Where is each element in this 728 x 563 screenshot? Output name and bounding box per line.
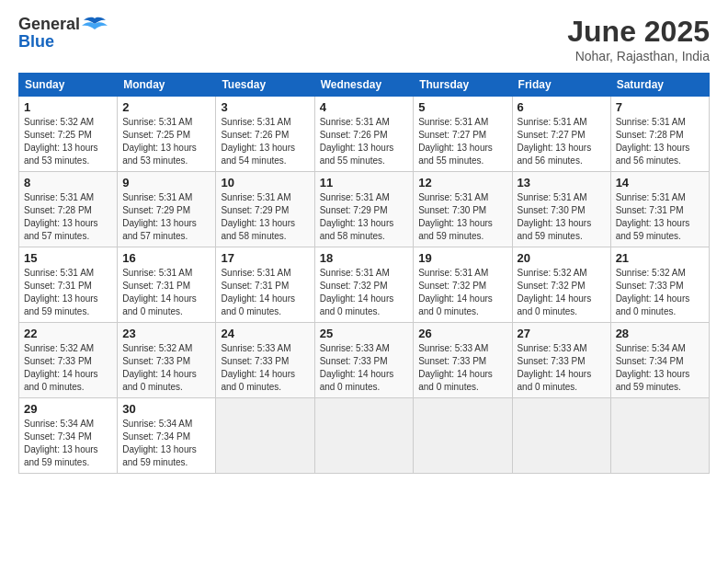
day-info: Sunrise: 5:34 AM Sunset: 7:34 PM Dayligh…: [122, 418, 210, 469]
table-cell: 1Sunrise: 5:32 AM Sunset: 7:25 PM Daylig…: [19, 97, 118, 172]
day-info: Sunrise: 5:31 AM Sunset: 7:26 PM Dayligh…: [320, 116, 409, 167]
day-number: 23: [122, 327, 210, 340]
table-row: 22Sunrise: 5:32 AM Sunset: 7:33 PM Dayli…: [19, 323, 710, 398]
day-number: 13: [518, 176, 606, 190]
calendar-header-row: Sunday Monday Tuesday Wednesday Thursday…: [19, 74, 710, 97]
col-saturday: Saturday: [610, 74, 709, 97]
day-info: Sunrise: 5:31 AM Sunset: 7:31 PM Dayligh…: [221, 267, 309, 318]
table-cell: 2Sunrise: 5:31 AM Sunset: 7:25 PM Daylig…: [118, 97, 216, 172]
table-cell: 20Sunrise: 5:32 AM Sunset: 7:32 PM Dayli…: [512, 247, 610, 323]
table-cell: 28Sunrise: 5:34 AM Sunset: 7:34 PM Dayli…: [610, 323, 709, 398]
table-cell: 12Sunrise: 5:31 AM Sunset: 7:30 PM Dayli…: [414, 172, 512, 247]
col-friday: Friday: [512, 74, 610, 97]
day-number: 22: [24, 327, 112, 340]
day-info: Sunrise: 5:34 AM Sunset: 7:34 PM Dayligh…: [616, 342, 704, 394]
day-info: Sunrise: 5:33 AM Sunset: 7:33 PM Dayligh…: [418, 342, 506, 394]
day-number: 3: [221, 100, 309, 114]
table-cell: 7Sunrise: 5:31 AM Sunset: 7:28 PM Daylig…: [610, 97, 709, 172]
table-cell: [314, 398, 414, 474]
day-info: Sunrise: 5:31 AM Sunset: 7:28 PM Dayligh…: [616, 116, 704, 167]
day-info: Sunrise: 5:31 AM Sunset: 7:32 PM Dayligh…: [418, 267, 506, 318]
day-info: Sunrise: 5:33 AM Sunset: 7:33 PM Dayligh…: [320, 342, 409, 394]
day-number: 17: [221, 251, 309, 265]
table-row: 29Sunrise: 5:34 AM Sunset: 7:34 PM Dayli…: [19, 398, 710, 474]
day-info: Sunrise: 5:31 AM Sunset: 7:31 PM Dayligh…: [24, 267, 112, 318]
day-info: Sunrise: 5:31 AM Sunset: 7:30 PM Dayligh…: [518, 191, 606, 243]
table-cell: 5Sunrise: 5:31 AM Sunset: 7:27 PM Daylig…: [414, 97, 512, 172]
day-number: 26: [418, 327, 506, 340]
col-thursday: Thursday: [414, 74, 512, 97]
day-info: Sunrise: 5:32 AM Sunset: 7:33 PM Dayligh…: [122, 342, 210, 394]
table-cell: 22Sunrise: 5:32 AM Sunset: 7:33 PM Dayli…: [19, 323, 118, 398]
col-tuesday: Tuesday: [216, 74, 314, 97]
col-sunday: Sunday: [19, 74, 118, 97]
table-cell: 13Sunrise: 5:31 AM Sunset: 7:30 PM Dayli…: [512, 172, 610, 247]
day-info: Sunrise: 5:31 AM Sunset: 7:32 PM Dayligh…: [320, 267, 409, 318]
day-number: 28: [616, 327, 704, 340]
day-number: 25: [320, 327, 409, 340]
day-info: Sunrise: 5:32 AM Sunset: 7:32 PM Dayligh…: [518, 267, 606, 318]
table-cell: 30Sunrise: 5:34 AM Sunset: 7:34 PM Dayli…: [118, 398, 216, 474]
page-container: General Blue June 2025 Nohar, Rajasthan,…: [0, 0, 728, 485]
table-cell: 21Sunrise: 5:32 AM Sunset: 7:33 PM Dayli…: [610, 247, 709, 323]
table-cell: 18Sunrise: 5:31 AM Sunset: 7:32 PM Dayli…: [314, 247, 414, 323]
col-monday: Monday: [118, 74, 216, 97]
table-cell: 10Sunrise: 5:31 AM Sunset: 7:29 PM Dayli…: [216, 172, 314, 247]
logo-bird-icon: [82, 17, 108, 33]
day-info: Sunrise: 5:31 AM Sunset: 7:31 PM Dayligh…: [616, 191, 704, 243]
day-info: Sunrise: 5:33 AM Sunset: 7:33 PM Dayligh…: [518, 342, 606, 394]
table-cell: [610, 398, 709, 474]
table-cell: 27Sunrise: 5:33 AM Sunset: 7:33 PM Dayli…: [512, 323, 610, 398]
table-cell: 29Sunrise: 5:34 AM Sunset: 7:34 PM Dayli…: [19, 398, 118, 474]
day-number: 2: [122, 100, 210, 114]
day-number: 15: [24, 251, 112, 265]
table-cell: 14Sunrise: 5:31 AM Sunset: 7:31 PM Dayli…: [610, 172, 709, 247]
table-cell: 25Sunrise: 5:33 AM Sunset: 7:33 PM Dayli…: [314, 323, 414, 398]
day-info: Sunrise: 5:31 AM Sunset: 7:26 PM Dayligh…: [221, 116, 309, 167]
day-number: 8: [24, 176, 112, 190]
day-number: 16: [122, 251, 210, 265]
table-cell: [414, 398, 512, 474]
day-info: Sunrise: 5:31 AM Sunset: 7:25 PM Dayligh…: [122, 116, 210, 167]
location: Nohar, Rajasthan, India: [567, 49, 710, 63]
day-number: 21: [616, 251, 704, 265]
table-cell: 16Sunrise: 5:31 AM Sunset: 7:31 PM Dayli…: [118, 247, 216, 323]
day-number: 18: [320, 251, 409, 265]
day-info: Sunrise: 5:33 AM Sunset: 7:33 PM Dayligh…: [221, 342, 309, 394]
month-title: June 2025: [567, 15, 710, 49]
day-number: 5: [418, 100, 506, 114]
day-number: 11: [320, 176, 409, 190]
day-info: Sunrise: 5:32 AM Sunset: 7:33 PM Dayligh…: [616, 267, 704, 318]
day-number: 10: [221, 176, 309, 190]
day-number: 19: [418, 251, 506, 265]
day-info: Sunrise: 5:31 AM Sunset: 7:30 PM Dayligh…: [418, 191, 506, 243]
day-number: 4: [320, 100, 409, 114]
logo-general-text: General: [18, 15, 80, 34]
table-cell: 11Sunrise: 5:31 AM Sunset: 7:29 PM Dayli…: [314, 172, 414, 247]
day-number: 27: [518, 327, 606, 340]
day-info: Sunrise: 5:31 AM Sunset: 7:29 PM Dayligh…: [122, 191, 210, 243]
table-cell: 17Sunrise: 5:31 AM Sunset: 7:31 PM Dayli…: [216, 247, 314, 323]
table-cell: 8Sunrise: 5:31 AM Sunset: 7:28 PM Daylig…: [19, 172, 118, 247]
day-info: Sunrise: 5:31 AM Sunset: 7:27 PM Dayligh…: [418, 116, 506, 167]
day-number: 1: [24, 100, 112, 114]
calendar-table: Sunday Monday Tuesday Wednesday Thursday…: [18, 73, 710, 474]
day-number: 20: [518, 251, 606, 265]
table-cell: 19Sunrise: 5:31 AM Sunset: 7:32 PM Dayli…: [414, 247, 512, 323]
day-info: Sunrise: 5:31 AM Sunset: 7:29 PM Dayligh…: [320, 191, 409, 243]
table-cell: 4Sunrise: 5:31 AM Sunset: 7:26 PM Daylig…: [314, 97, 414, 172]
table-cell: [512, 398, 610, 474]
table-row: 1Sunrise: 5:32 AM Sunset: 7:25 PM Daylig…: [19, 97, 710, 172]
col-wednesday: Wednesday: [314, 74, 414, 97]
table-row: 8Sunrise: 5:31 AM Sunset: 7:28 PM Daylig…: [19, 172, 710, 247]
table-row: 15Sunrise: 5:31 AM Sunset: 7:31 PM Dayli…: [19, 247, 710, 323]
table-cell: 6Sunrise: 5:31 AM Sunset: 7:27 PM Daylig…: [512, 97, 610, 172]
day-number: 29: [24, 402, 112, 416]
day-info: Sunrise: 5:31 AM Sunset: 7:27 PM Dayligh…: [518, 116, 606, 167]
day-number: 30: [122, 402, 210, 416]
logo: General Blue: [18, 15, 108, 52]
day-number: 14: [616, 176, 704, 190]
day-number: 24: [221, 327, 309, 340]
table-cell: [216, 398, 314, 474]
logo-blue-text: Blue: [18, 32, 54, 52]
